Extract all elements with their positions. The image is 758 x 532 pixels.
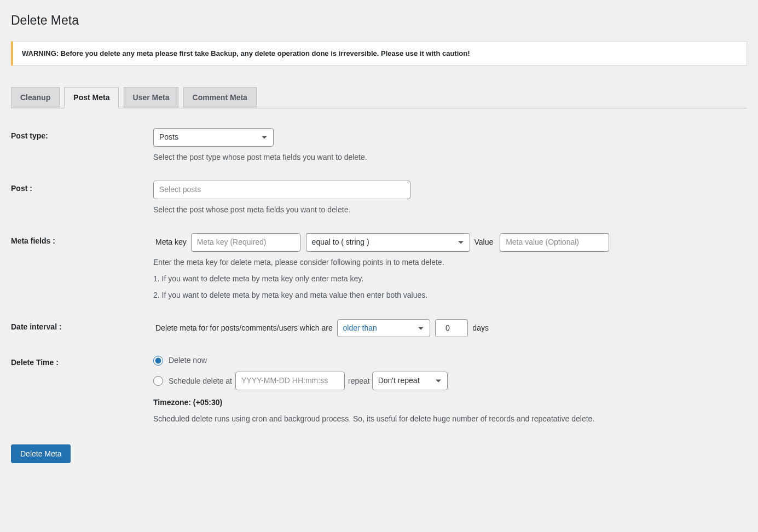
date-interval-label: Date interval :	[11, 310, 148, 346]
meta-key-input[interactable]	[191, 233, 300, 252]
meta-fields-label: Meta fields :	[11, 224, 148, 310]
warning-text: WARNING: Before you delete any meta plea…	[22, 48, 738, 59]
date-interval-text: Delete meta for for posts/comments/users…	[155, 323, 333, 332]
post-type-description: Select the post type whose post meta fie…	[153, 151, 742, 163]
schedule-datetime-input[interactable]	[235, 372, 345, 390]
delete-now-radio[interactable]	[153, 356, 163, 366]
post-type-select[interactable]: Posts	[153, 128, 274, 147]
meta-fields-desc2: 1. If you want to delete meta by meta ke…	[153, 273, 742, 285]
tab-cleanup[interactable]: Cleanup	[11, 87, 60, 108]
page-title: Delete Meta	[11, 11, 747, 30]
schedule-delete-radio[interactable]	[153, 376, 163, 386]
post-description: Select the post whose post meta fields y…	[153, 204, 742, 216]
meta-fields-desc3: 2. If you want to delete meta by meta ke…	[153, 289, 742, 301]
delete-time-label: Delete Time :	[11, 346, 148, 433]
meta-operator-select[interactable]: equal to ( string )	[306, 233, 470, 252]
tab-post-meta[interactable]: Post Meta	[64, 87, 119, 108]
delete-now-label: Delete now	[169, 355, 207, 366]
meta-value-input[interactable]	[500, 233, 609, 252]
tab-bar: Cleanup Post Meta User Meta Comment Meta	[11, 82, 747, 108]
timezone-text: Timezone: (+05:30)	[153, 397, 742, 408]
date-interval-select[interactable]: older than	[337, 319, 430, 338]
post-select-input[interactable]	[153, 181, 410, 199]
repeat-select[interactable]: Don't repeat	[372, 372, 448, 390]
post-label: Post :	[11, 172, 148, 224]
warning-notice: WARNING: Before you delete any meta plea…	[11, 41, 747, 66]
schedule-delete-label: Schedule delete at	[169, 375, 232, 387]
meta-fields-desc1: Enter the meta key for delete meta, plea…	[153, 256, 742, 268]
meta-key-label: Meta key	[155, 238, 187, 246]
tab-user-meta[interactable]: User Meta	[124, 87, 179, 108]
tab-comment-meta[interactable]: Comment Meta	[183, 87, 257, 108]
schedule-description: Scheduled delete runs using cron and bac…	[153, 413, 742, 425]
meta-value-label: Value	[474, 238, 493, 246]
days-input[interactable]	[435, 319, 468, 338]
post-type-label: Post type:	[11, 119, 148, 172]
delete-meta-button[interactable]: Delete Meta	[11, 444, 71, 463]
repeat-label: repeat	[348, 375, 370, 387]
days-label: days	[472, 323, 489, 332]
